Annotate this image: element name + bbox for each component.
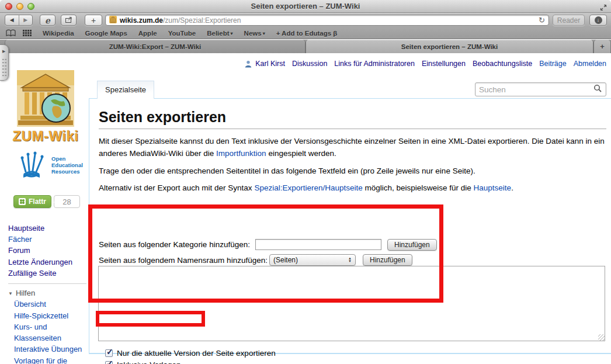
- bookmark-label: YouTube: [168, 30, 196, 37]
- sidebar-section-hilfen[interactable]: ▼Hilfen: [8, 287, 88, 299]
- zum-wiki-logo[interactable]: [17, 70, 74, 127]
- namespace-select[interactable]: (Seiten) ▲▼: [269, 254, 356, 266]
- bookmark-wikipedia[interactable]: Wikipedia: [43, 30, 74, 37]
- sidebar-item-uebersicht[interactable]: Übersicht: [14, 299, 88, 310]
- bookmark-label: Google Maps: [85, 30, 127, 37]
- bookmarks-bar: Wikipedia Google Maps Apple YouTube Beli…: [0, 27, 611, 39]
- checkbox-row-current-only: ✓ Nur die aktuelle Version der Seite exp…: [105, 349, 276, 358]
- chevron-down-icon: ▾: [231, 31, 233, 36]
- bookmark-youtube[interactable]: YouTube: [168, 30, 196, 37]
- bookmark-folder-beliebt[interactable]: Beliebt▾: [207, 30, 232, 37]
- url-host: wikis.zum.de: [120, 16, 163, 25]
- sidebar-item-forum[interactable]: Forum: [8, 245, 88, 256]
- bookmark-label: Apple: [138, 30, 157, 37]
- forward-icon[interactable]: ▶: [19, 15, 33, 25]
- drawer-arrow-icon: ▶: [2, 49, 5, 54]
- wiki-name-text: ZUM-Wiki: [0, 128, 91, 144]
- importfunktion-link[interactable]: Importfunktion: [216, 149, 266, 158]
- intro-text: Mit dieser Spezialseite kannst du den Te…: [99, 137, 605, 158]
- reading-list-icon[interactable]: [6, 29, 16, 37]
- tab-title: Seiten exportieren – ZUM-Wiki: [401, 43, 498, 50]
- flattr-count: 28: [54, 195, 80, 208]
- chevron-down-icon: ▾: [263, 31, 265, 36]
- sidebar-item-hauptseite[interactable]: Hauptseite: [8, 223, 88, 234]
- share-icon: [65, 16, 72, 25]
- browser-toolbar: ◀ ▶ e + wikis.zum.de/zum/Spezial:Exporti…: [0, 13, 611, 27]
- oer-logo-text: Open Educational Resources: [51, 155, 83, 175]
- article-body: Seiten exportieren Mit dieser Spezialsei…: [89, 98, 611, 354]
- bookmark-add-to-edutags[interactable]: + Add to Edutags β: [276, 30, 338, 37]
- include-templates-label: Inklusive Vorlagen: [117, 360, 181, 364]
- search-icon[interactable]: [593, 84, 602, 95]
- bookmark-label: Beliebt: [207, 30, 229, 37]
- flattr-button[interactable]: Flattr: [13, 195, 51, 208]
- sidebar-item-hilfe-spickzettel[interactable]: Hilfe-Spickzettel: [14, 311, 88, 322]
- spezial-exportieren-link[interactable]: Spezial:Exportieren/Hauptseite: [254, 183, 362, 192]
- top-sites-icon[interactable]: [23, 30, 32, 36]
- sidebar-item-faecher[interactable]: Fächer: [8, 234, 88, 245]
- bookmark-apple[interactable]: Apple: [138, 30, 157, 37]
- back-icon[interactable]: ◀: [5, 15, 19, 25]
- search-input[interactable]: [479, 85, 593, 94]
- current-only-checkbox[interactable]: ✓: [105, 349, 113, 357]
- bookmark-label: Wikipedia: [43, 30, 74, 37]
- new-tab-button[interactable]: +: [593, 40, 611, 53]
- tab-seiten-exportieren[interactable]: Seiten exportieren – ZUM-Wiki: [306, 40, 593, 53]
- bookmark-label: + Add to Edutags β: [276, 30, 338, 37]
- intro-text: .: [511, 183, 513, 192]
- check-icon: ✓: [106, 359, 113, 364]
- extension-e-icon: e: [45, 16, 50, 25]
- sidebar-item-interaktive-uebungen[interactable]: Interaktive Übungen: [14, 344, 88, 355]
- namespace-row: Seiten aus folgendem Namensraum hinzufüg…: [99, 255, 268, 266]
- page-titles-textarea[interactable]: [98, 266, 605, 341]
- check-icon: ✓: [106, 347, 113, 356]
- intro-text: möglich, beispielsweise für die: [363, 183, 474, 192]
- extension-button[interactable]: e: [40, 15, 55, 26]
- window-title: Seiten exportieren – ZUM-Wiki: [0, 0, 611, 13]
- content-area: Spezialseite Seiten exportieren Mit dies…: [89, 53, 611, 364]
- include-templates-checkbox[interactable]: ✓: [105, 361, 113, 364]
- sidebar-drawer-handle[interactable]: ▶: [0, 44, 9, 81]
- oer-logo[interactable]: Open Educational Resources: [20, 148, 83, 181]
- namespace-selected-value: (Seiten): [273, 256, 298, 264]
- hauptseite-link[interactable]: Hauptseite: [474, 183, 512, 192]
- add-bookmark-button[interactable]: +: [85, 15, 102, 26]
- bookmark-label: News: [244, 30, 262, 37]
- downloads-button[interactable]: ↓: [589, 15, 607, 26]
- bookmark-google-maps[interactable]: Google Maps: [85, 30, 127, 37]
- address-bar[interactable]: wikis.zum.de/zum/Spezial:Exportieren ↻: [105, 15, 549, 26]
- plus-icon: +: [91, 16, 96, 25]
- textarea-resize-grip[interactable]: [598, 334, 605, 341]
- category-label: Seiten aus folgender Kategorie hinzufüge…: [99, 240, 250, 249]
- checkbox-row-include-templates: ✓ Inklusive Vorlagen: [105, 360, 181, 364]
- sidebar-nav: Hauptseite Fächer Forum Letzte Änderunge…: [8, 223, 88, 364]
- category-input[interactable]: [255, 239, 381, 250]
- sidebar-item-letzte-aenderungen[interactable]: Letzte Änderungen: [8, 256, 88, 268]
- sidebar-divider: [8, 283, 86, 284]
- sidebar-item-vorlagen-schule[interactable]: Vorlagen für die Schule: [14, 356, 88, 364]
- reload-icon[interactable]: ↻: [539, 16, 545, 24]
- share-button[interactable]: [61, 15, 77, 26]
- bookmark-folder-news[interactable]: News▾: [244, 30, 265, 37]
- site-favicon: [109, 16, 117, 25]
- current-only-label: Nur die aktuelle Version der Seite expor…: [117, 349, 276, 358]
- category-add-button[interactable]: Hinzufügen: [387, 239, 437, 251]
- intro-text: Alternativ ist der Export auch mit der S…: [99, 183, 254, 192]
- download-icon: ↓: [595, 16, 602, 24]
- flattr-icon: [19, 198, 26, 205]
- tab-bar: ZUM-Wiki:Export – ZUM-Wiki Seiten export…: [0, 40, 611, 53]
- sidebar-item-kurs-klassenseiten[interactable]: Kurs- und Klassenseiten: [14, 322, 88, 344]
- export-form: Seiten aus folgender Kategorie hinzufüge…: [99, 238, 606, 364]
- reader-button[interactable]: Reader: [553, 15, 585, 26]
- intro-paragraph-1: Mit dieser Spezialseite kannst du den Te…: [99, 135, 606, 160]
- tab-zum-wiki-export[interactable]: ZUM-Wiki:Export – ZUM-Wiki: [5, 40, 306, 53]
- intro-paragraph-3: Alternativ ist der Export auch mit der S…: [99, 182, 606, 194]
- tab-spezialseite[interactable]: Spezialseite: [97, 81, 154, 99]
- sidebar-item-zufaellige-seite[interactable]: Zufällige Seite: [8, 268, 88, 279]
- drawer-grip-dots: [2, 58, 7, 78]
- fullscreen-icon[interactable]: [600, 3, 607, 13]
- flattr-label: Flattr: [29, 197, 46, 206]
- namespace-add-button[interactable]: Hinzufügen: [363, 254, 412, 266]
- window-titlebar: Seiten exportieren – ZUM-Wiki: [0, 0, 611, 13]
- page-title: Seiten exportieren: [99, 109, 606, 129]
